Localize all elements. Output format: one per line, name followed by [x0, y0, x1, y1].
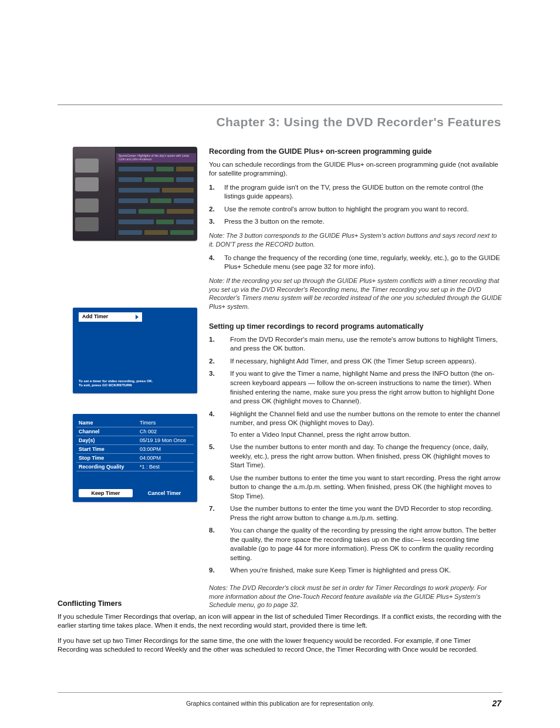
figure-guide-thumb — [75, 177, 99, 191]
section2-step-sub: To enter a Video Input Channel, press th… — [230, 430, 502, 440]
section2-heading: Setting up timer recordings to record pr… — [209, 322, 502, 332]
section2-step: You can change the quality of the record… — [209, 526, 502, 562]
rule-bottom — [58, 692, 502, 693]
section3-p2: If you have set up two Timer Recordings … — [58, 636, 502, 655]
section2-steps: From the DVD Recorder's main menu, use t… — [209, 335, 502, 575]
section2-step: Use the number buttons to enter the time… — [209, 474, 502, 501]
page-number: 27 — [492, 699, 501, 708]
rule-top — [58, 105, 502, 105]
section1-heading: Recording from the GUIDE Plus+ on-screen… — [209, 147, 502, 157]
section1-step: Press the 3 button on the remote. — [209, 217, 502, 227]
figure-cancel-timer-button: Cancel Timer — [137, 489, 191, 497]
figure-add-timer-item: Add Timer — [79, 312, 142, 322]
section2-step: When you're finished, make sure Keep Tim… — [209, 566, 502, 575]
figure-guide-thumb — [75, 198, 99, 213]
figure-hint-line: To exit, press GO BCK/RETURN — [79, 383, 132, 387]
section1-steps-cont: To change the frequency of the recording… — [209, 254, 502, 272]
figure-guide-thumb — [75, 217, 99, 231]
section2-step: Use the number buttons to enter month an… — [209, 443, 502, 470]
section1-step: Use the remote control's arrow button to… — [209, 205, 502, 214]
main-column: Recording from the GUIDE Plus+ on-screen… — [209, 147, 502, 614]
figure-timer-table: NameTimers ChannelCh 002 Day(s)05/19 19 … — [76, 419, 194, 471]
section1-steps: If the program guide isn't on the TV, pr… — [209, 183, 502, 227]
figure-add-timer-hint: To set a timer for video recording, pres… — [79, 379, 153, 387]
figure-add-timer: Add Timer To set a timer for video recor… — [73, 308, 197, 393]
footer-text: Graphics contained within this publicati… — [58, 700, 502, 707]
section1-step: If the program guide isn't on the TV, pr… — [209, 183, 502, 201]
section2-step: If necessary, highlight Add Timer, and p… — [209, 357, 502, 366]
section1-note: Note: The 3 button corresponds to the GU… — [209, 231, 502, 249]
section2-step: From the DVD Recorder's main menu, use t… — [209, 335, 502, 353]
section1-intro: You can schedule recordings from the GUI… — [209, 160, 502, 178]
figure-hint-line: To set a timer for video recording, pres… — [79, 379, 153, 383]
figure-timer-setup: NameTimers ChannelCh 002 Day(s)05/19 19 … — [73, 414, 197, 502]
section3-p1: If you schedule Timer Recordings that ov… — [58, 612, 502, 631]
section2-step: If you want to give the Timer a name, hi… — [209, 369, 502, 406]
figure-guide-thumb — [75, 159, 99, 173]
section2-step-text: Highlight the Channel field and use the … — [230, 410, 500, 427]
section1-note: Note: If the recording you set up throug… — [209, 277, 502, 311]
conflicting-timers-section: Conflicting Timers If you schedule Timer… — [58, 599, 502, 660]
figure-keep-timer-button: Keep Timer — [79, 489, 133, 497]
section2-step: Highlight the Channel field and use the … — [209, 410, 502, 440]
figure-guide-rightgrid — [116, 149, 196, 238]
section2-step: Use the number buttons to enter the time… — [209, 504, 502, 523]
figure-guide-grid: SportsCenter: Highlights of the day's sp… — [73, 147, 197, 241]
section3-heading: Conflicting Timers — [58, 599, 502, 609]
chapter-title: Chapter 3: Using the DVD Recorder's Feat… — [176, 115, 501, 129]
section1-step: To change the frequency of the recording… — [209, 254, 502, 272]
